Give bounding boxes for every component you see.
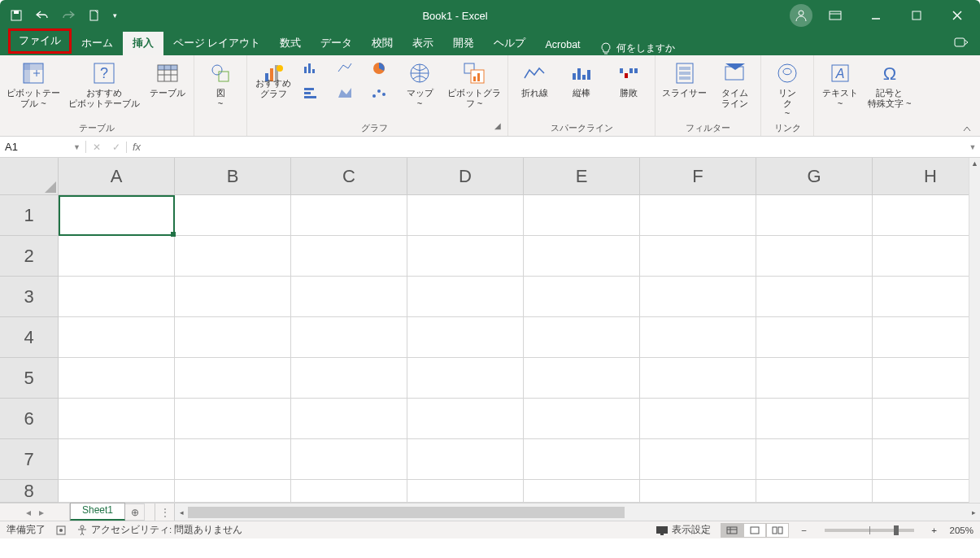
display-icon [656, 525, 669, 535]
tab-help[interactable]: ヘルプ [484, 32, 535, 55]
row-header[interactable]: 2 [0, 236, 59, 277]
tab-view[interactable]: 表示 [403, 32, 443, 55]
svg-point-38 [377, 89, 381, 93]
sheet-nav-buttons[interactable]: ◂▸ [0, 504, 70, 521]
table-button[interactable]: テーブル [148, 60, 187, 98]
tab-acrobat[interactable]: Acrobat [535, 34, 590, 55]
column-header[interactable]: B [175, 158, 291, 195]
recommended-charts-button[interactable]: おすすめ グラフ [254, 60, 293, 98]
recommended-pivot-button[interactable]: ? おすすめ ピボットテーブル [68, 60, 140, 108]
vertical-scrollbar[interactable]: ▲ [969, 158, 980, 503]
share-button[interactable] [954, 36, 969, 49]
close-button[interactable] [939, 2, 975, 28]
new-file-button[interactable] [83, 4, 106, 27]
maps-button[interactable]: マップ ~ [400, 60, 439, 108]
redo-button[interactable] [57, 4, 80, 27]
page-layout-view-button[interactable] [743, 523, 766, 538]
svg-rect-34 [304, 92, 311, 94]
select-all-button[interactable] [0, 158, 59, 195]
name-box-dropdown-icon[interactable]: ▼ [73, 143, 81, 151]
column-headers: A B C D E F G H [59, 158, 969, 195]
tab-file[interactable]: ファイル [8, 28, 72, 54]
quick-access-toolbar: ▾ [5, 4, 120, 27]
normal-view-button[interactable] [721, 523, 743, 538]
scroll-left-icon[interactable]: ◂ [175, 508, 188, 517]
svg-rect-35 [304, 96, 316, 98]
link-button[interactable]: リン ク ~ [768, 60, 807, 119]
tab-home[interactable]: ホーム [72, 32, 123, 55]
tab-insert[interactable]: 挿入 [123, 32, 163, 55]
pivot-chart-button[interactable]: ピボットグラ フ ~ [447, 60, 501, 108]
row-header[interactable]: 3 [0, 277, 59, 317]
maximize-button[interactable] [899, 2, 934, 28]
minimize-button[interactable] [858, 2, 894, 28]
collapse-ribbon-button[interactable] [962, 124, 972, 133]
tab-review[interactable]: 校閲 [362, 32, 403, 55]
tab-data[interactable]: データ [311, 32, 362, 55]
pivot-table-button[interactable]: ピボットテー ブル ~ [7, 60, 60, 108]
line-chart-button[interactable] [335, 60, 355, 76]
account-icon[interactable] [790, 4, 812, 27]
charts-dialog-launcher[interactable]: ◢ [494, 121, 501, 130]
slicer-button[interactable]: スライサー [662, 60, 707, 98]
column-header[interactable]: F [640, 158, 756, 195]
link-icon [774, 60, 800, 86]
confirm-entry-icon[interactable]: ✓ [107, 142, 126, 153]
ribbon: ピボットテー ブル ~ ? おすすめ ピボットテーブル テーブル テーブル 図 … [0, 55, 980, 137]
insert-function-button[interactable]: fx [127, 141, 146, 153]
cancel-entry-icon[interactable]: ✕ [87, 142, 107, 153]
tab-formulas[interactable]: 数式 [270, 32, 311, 55]
row-header[interactable]: 6 [0, 399, 59, 439]
ribbon-display-options-button[interactable] [817, 2, 853, 28]
accessibility-status[interactable]: アクセシビリティ: 問題ありません [76, 524, 242, 536]
scatter-chart-button[interactable] [369, 85, 389, 101]
symbols-button[interactable]: Ω記号と 特殊文字 ~ [868, 60, 911, 108]
column-header[interactable]: A [59, 158, 175, 195]
macro-record-icon[interactable] [55, 525, 67, 536]
qat-customize-icon[interactable]: ▾ [109, 4, 120, 27]
row-header[interactable]: 1 [0, 195, 59, 236]
row-header[interactable]: 8 [0, 480, 59, 503]
column-header[interactable]: H [873, 158, 980, 195]
horizontal-scrollbar[interactable]: ◂ ▸ [174, 504, 980, 521]
cells-area[interactable] [59, 195, 969, 503]
page-break-view-button[interactable] [766, 523, 789, 538]
scroll-right-icon[interactable]: ▸ [967, 508, 980, 517]
row-header[interactable]: 5 [0, 358, 59, 399]
ribbon-group-illustrations: 図 ~ [194, 55, 247, 136]
tab-developer[interactable]: 開発 [443, 32, 484, 55]
display-settings-button[interactable]: 表示設定 [656, 524, 711, 536]
zoom-level[interactable]: 205% [950, 525, 973, 535]
row-header[interactable]: 4 [0, 317, 59, 358]
name-box[interactable]: A1 ▼ [0, 141, 86, 153]
pie-chart-button[interactable] [369, 60, 389, 76]
svg-rect-54 [679, 67, 690, 70]
bar-chart-button[interactable] [301, 85, 320, 101]
svg-rect-24 [219, 72, 229, 81]
sheet-splitter[interactable]: ⋮ [155, 504, 174, 521]
column-header[interactable]: E [524, 158, 640, 195]
sparkline-column-button[interactable]: 縦棒 [562, 60, 601, 98]
zoom-slider[interactable] [825, 529, 914, 532]
zoom-in-button[interactable]: + [929, 525, 940, 535]
row-header[interactable]: 7 [0, 439, 59, 480]
new-sheet-button[interactable]: ⊕ [125, 504, 145, 521]
undo-button[interactable] [31, 4, 54, 27]
scroll-up-icon[interactable]: ▲ [969, 158, 980, 169]
column-header[interactable]: C [291, 158, 407, 195]
shapes-button[interactable]: 図 ~ [201, 60, 240, 108]
zoom-out-button[interactable]: − [799, 525, 810, 535]
column-chart-button[interactable] [301, 60, 320, 76]
text-button[interactable]: Aテキスト ~ [821, 60, 860, 108]
tell-me-search[interactable]: 何をしますか [590, 41, 685, 55]
column-header[interactable]: G [756, 158, 873, 195]
sparkline-winloss-button[interactable]: 勝敗 [609, 60, 648, 98]
column-header[interactable]: D [407, 158, 524, 195]
expand-formula-bar-button[interactable]: ▼ [965, 143, 980, 151]
sheet-tab[interactable]: Sheet1 [70, 503, 125, 521]
area-chart-button[interactable] [335, 85, 355, 101]
save-button[interactable] [5, 4, 28, 27]
sparkline-line-button[interactable]: 折れ線 [515, 60, 554, 98]
timeline-button[interactable]: タイム ライン [715, 60, 754, 108]
tab-page-layout[interactable]: ページ レイアウト [163, 32, 270, 55]
